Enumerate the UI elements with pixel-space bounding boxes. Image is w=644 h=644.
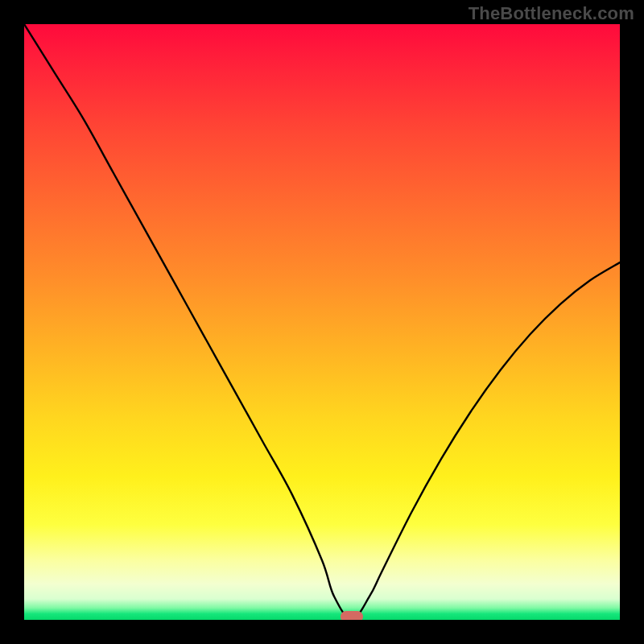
curve-layer: [24, 24, 620, 620]
plot-area: [24, 24, 620, 620]
optimal-marker: [341, 611, 363, 620]
watermark-text: TheBottleneck.com: [469, 3, 634, 24]
chart-frame: TheBottleneck.com: [0, 0, 644, 644]
bottleneck-curve: [24, 24, 620, 620]
